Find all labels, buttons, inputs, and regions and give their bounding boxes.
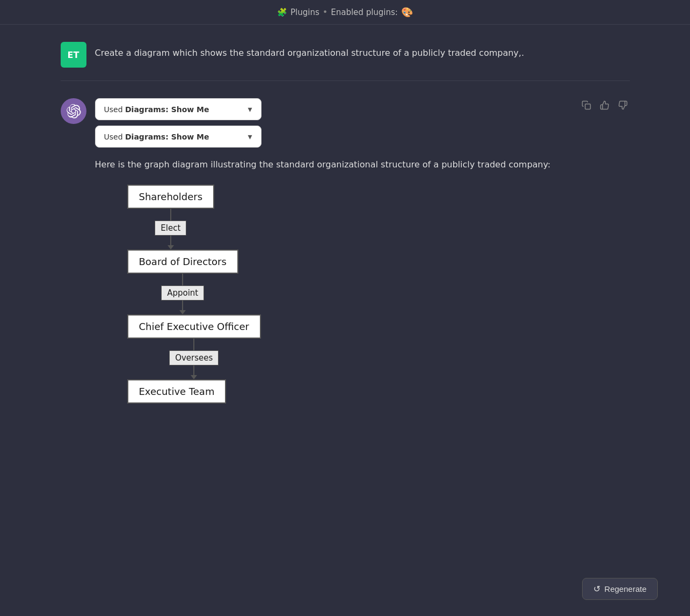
- exec-team-node: Executive Team: [127, 379, 227, 404]
- exec-team-wrapper: Executive Team: [127, 379, 227, 404]
- line-1: [170, 209, 171, 221]
- regenerate-label: Regenerate: [605, 584, 647, 593]
- ai-avatar: [61, 98, 86, 124]
- ceo-node: Chief Executive Officer: [127, 314, 261, 339]
- svg-rect-0: [585, 104, 590, 109]
- connector-4: [179, 300, 186, 314]
- arrow-3: [191, 375, 197, 379]
- thumbdown-button[interactable]: [616, 98, 630, 112]
- plugins-label: Plugins: [290, 8, 319, 17]
- copy-icon: [582, 100, 591, 110]
- connector-2: [168, 236, 174, 250]
- elect-label: Elect: [155, 221, 186, 236]
- line-4: [182, 300, 183, 310]
- board-wrapper: Board of Directors Appoint: [127, 250, 238, 314]
- shareholders-node: Shareholders: [127, 185, 215, 209]
- connector-1: [170, 209, 171, 221]
- regenerate-button[interactable]: ↺ Regenerate: [582, 578, 658, 600]
- response-text: Here is the graph diagram illustrating t…: [95, 157, 630, 172]
- enabled-plugins-label: Enabled plugins:: [331, 8, 398, 17]
- arrow-2: [179, 310, 186, 314]
- connector-6: [191, 365, 197, 379]
- main-content: ET Create a diagram which shows the stan…: [50, 25, 641, 416]
- line-5: [193, 339, 194, 350]
- thumbdown-icon: [618, 100, 628, 110]
- chevron-down-icon-2: ▾: [248, 131, 252, 142]
- line-2: [170, 236, 171, 245]
- oversees-label: Oversees: [169, 350, 219, 365]
- connector-3: [182, 274, 183, 285]
- line-3: [182, 274, 183, 285]
- dot-separator: •: [323, 7, 328, 17]
- header: 🧩 Plugins • Enabled plugins: 🎨: [0, 0, 690, 25]
- plugin-dropdown-1[interactable]: Used Diagrams: Show Me ▾: [95, 98, 262, 120]
- regenerate-icon: ↺: [593, 584, 600, 594]
- avatar-initials: ET: [68, 50, 79, 60]
- enabled-plugin-icon: 🎨: [401, 6, 413, 18]
- user-avatar: ET: [61, 42, 86, 68]
- chevron-down-icon-1: ▾: [248, 104, 252, 114]
- user-message-text: Create a diagram which shows the standar…: [95, 42, 525, 60]
- ceo-wrapper: Chief Executive Officer Oversees: [127, 314, 261, 379]
- line-6: [193, 365, 194, 375]
- board-node: Board of Directors: [127, 250, 238, 274]
- appoint-label: Appoint: [161, 285, 204, 300]
- thumbup-button[interactable]: [598, 98, 612, 112]
- ai-content-area: Used Diagrams: Show Me ▾ Used Diagrams: …: [95, 98, 630, 404]
- connector-5: [193, 339, 194, 350]
- user-message: ET Create a diagram which shows the stan…: [61, 25, 630, 81]
- plugin-dropdown-2[interactable]: Used Diagrams: Show Me ▾: [95, 126, 262, 148]
- thumbup-icon: [600, 100, 609, 110]
- puzzle-icon: 🧩: [277, 8, 287, 17]
- ai-message: Used Diagrams: Show Me ▾ Used Diagrams: …: [61, 81, 630, 416]
- plugins-bar: 🧩 Plugins • Enabled plugins: 🎨: [277, 6, 413, 18]
- copy-button[interactable]: [579, 98, 593, 112]
- openai-icon: [66, 104, 81, 119]
- plugin-dropdown-1-label: Used Diagrams: Show Me: [104, 105, 209, 114]
- shareholders-wrapper: Shareholders Elect: [127, 185, 215, 250]
- arrow-1: [168, 245, 174, 250]
- plugin-dropdown-2-label: Used Diagrams: Show Me: [104, 133, 209, 141]
- org-diagram: Shareholders Elect: [95, 185, 630, 404]
- ai-actions: [579, 98, 630, 112]
